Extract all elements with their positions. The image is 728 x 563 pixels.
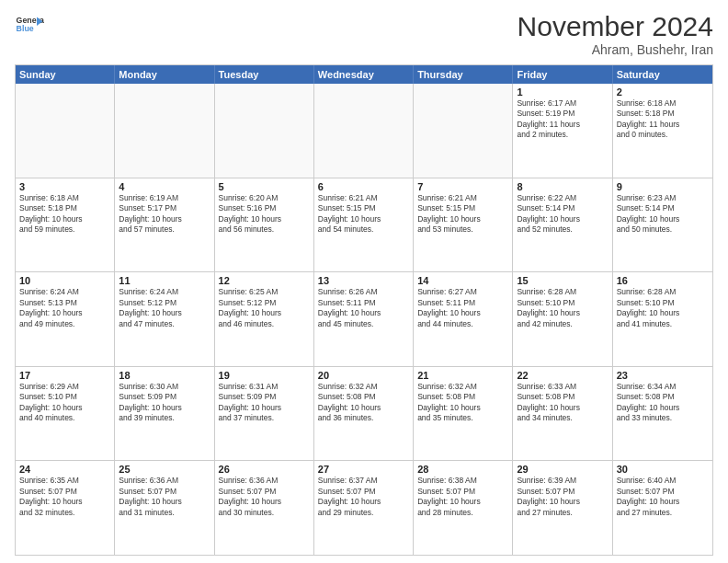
day-number: 24 [19,464,110,475]
day-info: Sunrise: 6:28 AM Sunset: 5:10 PM Dayligh… [517,287,608,329]
day-cell: 12Sunrise: 6:25 AM Sunset: 5:12 PM Dayli… [215,272,314,366]
day-info: Sunrise: 6:21 AM Sunset: 5:15 PM Dayligh… [417,193,508,236]
day-cell: 5Sunrise: 6:20 AM Sunset: 5:16 PM Daylig… [215,178,314,272]
day-cell: 8Sunrise: 6:22 AM Sunset: 5:14 PM Daylig… [513,178,612,272]
day-info: Sunrise: 6:26 AM Sunset: 5:11 PM Dayligh… [318,287,409,329]
header-day-tuesday: Tuesday [215,65,314,84]
day-number: 16 [617,275,709,286]
day-info: Sunrise: 6:36 AM Sunset: 5:07 PM Dayligh… [219,476,310,518]
day-cell: 16Sunrise: 6:28 AM Sunset: 5:10 PM Dayli… [613,272,712,366]
day-number: 15 [517,275,608,286]
day-cell: 13Sunrise: 6:26 AM Sunset: 5:11 PM Dayli… [314,272,414,366]
day-cell [414,84,513,178]
day-cell [16,84,115,178]
month-title: November 2024 [518,11,713,42]
day-info: Sunrise: 6:22 AM Sunset: 5:14 PM Dayligh… [517,193,608,236]
day-number: 2 [617,86,709,98]
day-cell: 22Sunrise: 6:33 AM Sunset: 5:08 PM Dayli… [513,367,612,461]
calendar-header: SundayMondayTuesdayWednesdayThursdayFrid… [16,65,712,84]
day-number: 5 [219,181,310,192]
day-info: Sunrise: 6:24 AM Sunset: 5:12 PM Dayligh… [119,287,210,329]
header: General Blue November 2024 Ahram, Busheh… [15,11,713,57]
day-cell: 7Sunrise: 6:21 AM Sunset: 5:15 PM Daylig… [414,178,513,272]
day-cell: 28Sunrise: 6:38 AM Sunset: 5:07 PM Dayli… [414,461,513,555]
day-info: Sunrise: 6:25 AM Sunset: 5:12 PM Dayligh… [219,287,310,329]
day-cell: 2Sunrise: 6:18 AM Sunset: 5:18 PM Daylig… [613,84,712,178]
day-info: Sunrise: 6:20 AM Sunset: 5:16 PM Dayligh… [219,193,310,236]
day-number: 11 [119,275,210,286]
header-day-friday: Friday [513,65,612,84]
day-info: Sunrise: 6:35 AM Sunset: 5:07 PM Dayligh… [19,476,110,518]
day-info: Sunrise: 6:23 AM Sunset: 5:14 PM Dayligh… [617,193,709,236]
day-number: 4 [119,181,210,192]
week-row-2: 10Sunrise: 6:24 AM Sunset: 5:13 PM Dayli… [16,272,712,367]
day-info: Sunrise: 6:37 AM Sunset: 5:07 PM Dayligh… [318,476,409,518]
day-number: 6 [318,181,409,192]
day-number: 19 [219,370,310,381]
day-cell: 11Sunrise: 6:24 AM Sunset: 5:12 PM Dayli… [115,272,214,366]
calendar: SundayMondayTuesdayWednesdayThursdayFrid… [15,64,713,556]
location-title: Ahram, Bushehr, Iran [518,42,713,57]
day-cell: 6Sunrise: 6:21 AM Sunset: 5:15 PM Daylig… [314,178,414,272]
day-number: 22 [517,370,608,381]
day-info: Sunrise: 6:39 AM Sunset: 5:07 PM Dayligh… [517,476,608,518]
day-number: 13 [318,275,409,286]
day-cell: 20Sunrise: 6:32 AM Sunset: 5:08 PM Dayli… [314,367,414,461]
day-info: Sunrise: 6:32 AM Sunset: 5:08 PM Dayligh… [318,382,409,424]
day-number: 26 [219,464,310,475]
day-number: 28 [417,464,508,475]
day-cell: 14Sunrise: 6:27 AM Sunset: 5:11 PM Dayli… [414,272,513,366]
day-number: 14 [417,275,508,286]
day-cell: 3Sunrise: 6:18 AM Sunset: 5:18 PM Daylig… [16,178,115,272]
day-number: 30 [617,464,709,475]
week-row-4: 24Sunrise: 6:35 AM Sunset: 5:07 PM Dayli… [16,461,712,555]
day-cell: 9Sunrise: 6:23 AM Sunset: 5:14 PM Daylig… [613,178,712,272]
day-cell: 10Sunrise: 6:24 AM Sunset: 5:13 PM Dayli… [16,272,115,366]
calendar-body: 1Sunrise: 6:17 AM Sunset: 5:19 PM Daylig… [16,84,712,555]
day-info: Sunrise: 6:40 AM Sunset: 5:07 PM Dayligh… [617,476,709,518]
day-cell: 4Sunrise: 6:19 AM Sunset: 5:17 PM Daylig… [115,178,214,272]
header-day-thursday: Thursday [414,65,513,84]
week-row-0: 1Sunrise: 6:17 AM Sunset: 5:19 PM Daylig… [16,84,712,178]
day-cell: 18Sunrise: 6:30 AM Sunset: 5:09 PM Dayli… [115,367,214,461]
week-row-1: 3Sunrise: 6:18 AM Sunset: 5:18 PM Daylig… [16,178,712,273]
day-info: Sunrise: 6:17 AM Sunset: 5:19 PM Dayligh… [517,98,608,141]
day-info: Sunrise: 6:21 AM Sunset: 5:15 PM Dayligh… [318,193,409,236]
day-cell: 30Sunrise: 6:40 AM Sunset: 5:07 PM Dayli… [613,461,712,555]
header-day-sunday: Sunday [16,65,115,84]
day-number: 23 [617,370,709,381]
day-info: Sunrise: 6:18 AM Sunset: 5:18 PM Dayligh… [617,98,709,141]
day-info: Sunrise: 6:30 AM Sunset: 5:09 PM Dayligh… [119,382,210,424]
day-info: Sunrise: 6:31 AM Sunset: 5:09 PM Dayligh… [219,382,310,424]
day-number: 18 [119,370,210,381]
day-cell: 24Sunrise: 6:35 AM Sunset: 5:07 PM Dayli… [16,461,115,555]
day-info: Sunrise: 6:32 AM Sunset: 5:08 PM Dayligh… [417,382,508,424]
header-day-saturday: Saturday [613,65,712,84]
day-cell: 29Sunrise: 6:39 AM Sunset: 5:07 PM Dayli… [513,461,612,555]
header-day-monday: Monday [115,65,214,84]
svg-text:Blue: Blue [17,24,34,33]
day-number: 7 [417,181,508,192]
day-cell [314,84,414,178]
day-info: Sunrise: 6:29 AM Sunset: 5:10 PM Dayligh… [19,382,110,424]
day-info: Sunrise: 6:33 AM Sunset: 5:08 PM Dayligh… [517,382,608,424]
day-info: Sunrise: 6:38 AM Sunset: 5:07 PM Dayligh… [417,476,508,518]
day-cell: 21Sunrise: 6:32 AM Sunset: 5:08 PM Dayli… [414,367,513,461]
day-number: 20 [318,370,409,381]
title-block: November 2024 Ahram, Bushehr, Iran [518,11,713,57]
day-info: Sunrise: 6:19 AM Sunset: 5:17 PM Dayligh… [119,193,210,236]
day-cell: 26Sunrise: 6:36 AM Sunset: 5:07 PM Dayli… [215,461,314,555]
day-info: Sunrise: 6:18 AM Sunset: 5:18 PM Dayligh… [19,193,110,236]
day-cell [215,84,314,178]
logo-icon: General Blue [15,11,44,40]
day-number: 10 [19,275,110,286]
day-number: 12 [219,275,310,286]
day-cell: 23Sunrise: 6:34 AM Sunset: 5:08 PM Dayli… [613,367,712,461]
day-info: Sunrise: 6:34 AM Sunset: 5:08 PM Dayligh… [617,382,709,424]
day-cell: 17Sunrise: 6:29 AM Sunset: 5:10 PM Dayli… [16,367,115,461]
logo: General Blue [15,11,44,40]
day-number: 29 [517,464,608,475]
day-cell [115,84,214,178]
day-number: 27 [318,464,409,475]
day-number: 25 [119,464,210,475]
